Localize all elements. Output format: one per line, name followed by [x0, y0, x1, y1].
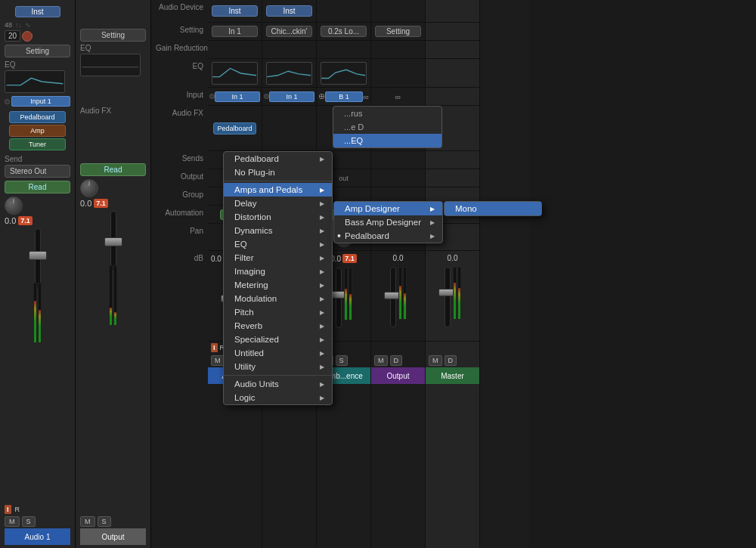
ch5-setting-cell — [426, 23, 479, 41]
channel-strip-1: Inst 48 ↑↓ ∿ 20 Setting EQ Input 1 Pedal… — [0, 0, 76, 548]
menu-reverb[interactable]: Reverb ▶ — [224, 319, 332, 333]
ch4-device-cell — [371, 0, 425, 23]
channel2-s-btn[interactable]: S — [98, 516, 111, 527]
menu-distortion[interactable]: Distortion ▶ — [224, 210, 332, 224]
menu-utility-label: Utility — [234, 362, 256, 371]
ch5-device-cell — [426, 0, 479, 23]
channel1-setting-btn[interactable]: Setting — [5, 45, 70, 57]
channel1-inst-btn[interactable]: Inst — [15, 6, 60, 17]
channel2-pan-row — [80, 179, 146, 197]
channel2-m-btn[interactable]: M — [80, 516, 95, 527]
partial-item-chorus: ...rus — [333, 107, 442, 120]
channel1-meter-l-fill — [34, 301, 36, 342]
channel1-fader-section — [5, 228, 70, 503]
menu-untitled[interactable]: Untitled ▶ — [224, 346, 332, 360]
menu-pedalboard[interactable]: Pedalboard ▶ — [224, 152, 332, 166]
channel1-pedalboard-fx[interactable]: Pedalboard — [9, 111, 66, 123]
menu-pitch[interactable]: Pitch ▶ — [224, 305, 332, 319]
ch2-audiofx-cell — [262, 106, 316, 151]
channel1-read-btn[interactable]: Read — [5, 181, 70, 194]
channel1-input-btn[interactable]: Input 1 — [11, 96, 70, 107]
channel1-eq-display[interactable] — [5, 70, 65, 93]
channel2-eq-display[interactable] — [80, 54, 141, 76]
channel2-fader-track — [103, 211, 124, 271]
channel2-read-btn[interactable]: Read — [80, 163, 146, 176]
menu-dynamics[interactable]: Dynamics ▶ — [224, 224, 332, 237]
ch1-pedalboard-chip[interactable]: Pedalboard — [213, 122, 256, 135]
menu-audio-units[interactable]: Audio Units ▶ — [224, 377, 332, 391]
menu-imaging[interactable]: Imaging ▶ — [224, 265, 332, 278]
ch4-setting-btn[interactable]: Setting — [375, 26, 420, 37]
channel1-r-badge: R — [14, 505, 22, 514]
ch1-eq-svg — [212, 63, 256, 84]
channel1-led — [5, 99, 10, 104]
menu-metering[interactable]: Metering ▶ — [224, 278, 332, 292]
channel2-meter — [109, 273, 117, 326]
channel1-bit-depth[interactable]: 20 — [5, 30, 20, 42]
menu-no-plugin[interactable]: No Plug-in — [224, 166, 332, 179]
menu-delay[interactable]: Delay ▶ — [224, 197, 332, 210]
ch2-setting-btn[interactable]: Chic...ckin' — [266, 26, 311, 37]
channel2-setting-row: Setting — [80, 29, 146, 42]
channel1-record-btn[interactable] — [22, 31, 33, 42]
menu-modulation[interactable]: Modulation ▶ — [224, 292, 332, 305]
channel1-num-row: 0.0 7.1 — [5, 216, 70, 225]
ch2-eq-display[interactable] — [266, 62, 311, 85]
menu-bass-amp[interactable]: Bass Amp Designer ▶ — [334, 215, 442, 229]
ch2-input-btn[interactable]: In 1 — [269, 91, 314, 102]
channel1-fader-cap[interactable] — [29, 251, 47, 260]
menu-amps-pedals-label: Amps and Pedals — [234, 185, 302, 194]
menu-filter[interactable]: Filter ▶ — [224, 251, 332, 265]
channel2-fader-cap[interactable] — [104, 237, 122, 246]
menu-pedalboard-label: Pedalboard — [234, 154, 279, 163]
menu-mono[interactable]: Mono — [445, 202, 541, 215]
menu-dynamics-label: Dynamics — [234, 226, 272, 235]
menu-pedalboard-sub-arrow: ▶ — [430, 233, 435, 240]
menu-pedalboard-sub[interactable]: Pedalboard ▶ — [334, 229, 442, 243]
channel2-db-val: 0.0 — [80, 199, 91, 208]
ch3-input-btn[interactable]: B 1 — [325, 91, 363, 102]
rl-input: Input — [151, 89, 208, 107]
menu-level1: Pedalboard ▶ No Plug-in Amps and Pedals … — [223, 151, 333, 405]
channel1-name-bar[interactable]: Audio 1 — [5, 528, 70, 545]
channel1-val-row — [5, 197, 70, 215]
menu-metering-label: Metering — [234, 280, 268, 289]
ch2-gainred-cell — [262, 41, 316, 59]
rl-sends: Sends — [151, 153, 208, 171]
ch1-eq-display[interactable] — [212, 62, 257, 85]
ch3-setting-btn[interactable]: 0.2s Lo... — [321, 26, 366, 37]
ch2-device-cell: Inst — [262, 0, 316, 23]
ch3-eq-svg — [321, 63, 365, 84]
menu-amp-designer[interactable]: Amp Designer ▶ — [334, 202, 442, 215]
ch3-eq-display[interactable] — [321, 62, 366, 85]
ch1-m-btn[interactable]: M — [211, 355, 225, 366]
channel1-stereo-out[interactable]: Stereo Out — [5, 165, 70, 178]
ch1-input-btn[interactable]: In 1 — [215, 91, 260, 102]
menu-amps-pedals[interactable]: Amps and Pedals ▶ — [224, 183, 332, 197]
menu-logic[interactable]: Logic ▶ — [224, 391, 332, 404]
channel2-meter-r-fill — [114, 312, 116, 325]
channel1-pan-knob[interactable] — [5, 197, 23, 215]
menu-sep1 — [224, 181, 332, 181]
channel1-rate-row: 48 ↑↓ ∿ — [5, 21, 70, 29]
channel2-name-bar[interactable]: Output — [80, 528, 146, 545]
ch2-inst-btn[interactable]: Inst — [266, 5, 311, 17]
channel2-pan-knob[interactable] — [80, 179, 98, 197]
menu-specialized[interactable]: Specialized ▶ — [224, 333, 332, 346]
ch1-setting-btn[interactable]: In 1 — [212, 26, 257, 37]
menu-sep2 — [224, 375, 332, 376]
partial-item-eq: ...EQ — [333, 134, 442, 147]
menu-audio-units-label: Audio Units — [234, 379, 279, 389]
channel1-sample-rate: 48 — [5, 21, 12, 29]
channel1-s-btn[interactable]: S — [22, 516, 36, 527]
channel1-m-btn[interactable]: M — [5, 516, 20, 527]
channel1-amp-fx[interactable]: Amp — [9, 125, 66, 137]
ch1-inst-btn[interactable]: Inst — [212, 5, 257, 17]
channel1-tuner-fx[interactable]: Tuner — [9, 138, 66, 150]
menu-eq[interactable]: EQ ▶ — [224, 237, 332, 251]
menu-mono-label: Mono — [455, 204, 477, 213]
channel1-wave-icon: ∿ — [25, 21, 31, 29]
menu-utility[interactable]: Utility ▶ — [224, 360, 332, 373]
channel1-type-row: Inst — [5, 3, 70, 20]
channel2-setting-btn[interactable]: Setting — [80, 29, 146, 42]
